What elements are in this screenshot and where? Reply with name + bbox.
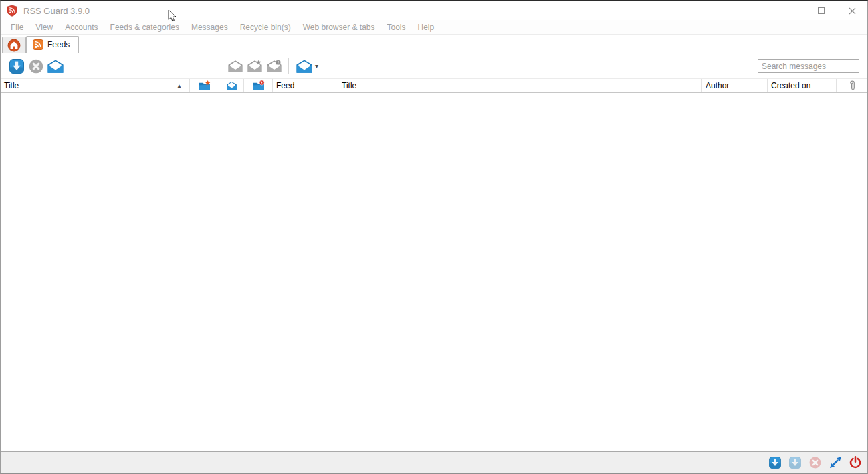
statusbar-update-feeds-button[interactable] bbox=[768, 455, 782, 470]
menu-item-file[interactable]: File bbox=[5, 21, 29, 34]
app-shield-icon bbox=[6, 5, 18, 17]
feeds-header: Title ▲ bbox=[1, 78, 219, 93]
feed-column-header[interactable]: Feed bbox=[273, 79, 338, 92]
expand-arrows-icon bbox=[829, 456, 842, 469]
author-column-label: Author bbox=[706, 81, 729, 90]
title-column-label: Title bbox=[342, 81, 356, 90]
mark-message-read-button[interactable] bbox=[225, 56, 245, 76]
menu-item-view[interactable]: View bbox=[29, 21, 59, 34]
maximize-button[interactable] bbox=[806, 1, 837, 20]
envelope-gray-icon bbox=[227, 60, 243, 73]
close-icon bbox=[849, 7, 856, 15]
feeds-title-column-label: Title bbox=[4, 81, 19, 90]
open-envelope-blue-icon bbox=[296, 59, 313, 74]
importance-column-header[interactable] bbox=[244, 79, 273, 92]
open-envelope-icon bbox=[47, 59, 64, 74]
statusbar-update-selected-button bbox=[788, 455, 802, 470]
power-icon bbox=[849, 456, 862, 469]
download-icon bbox=[9, 59, 24, 74]
author-column-header[interactable]: Author bbox=[702, 79, 768, 92]
messages-header: Feed Title Author Created on bbox=[219, 78, 867, 93]
maximize-icon bbox=[818, 7, 825, 14]
quit-button[interactable] bbox=[848, 455, 863, 470]
mark-all-messages-read-button[interactable]: ▾ bbox=[294, 56, 320, 76]
toolbar-separator bbox=[288, 58, 289, 74]
update-all-feeds-button[interactable] bbox=[7, 56, 26, 76]
envelope-exclamation-icon bbox=[266, 60, 282, 73]
menu-item-web-browser-tabs[interactable]: Web browser & tabs bbox=[297, 21, 381, 34]
feed-column-label: Feed bbox=[276, 81, 294, 90]
window-controls bbox=[775, 1, 867, 20]
messages-toolbar: ▾ bbox=[219, 53, 867, 78]
folder-exclamation-icon bbox=[252, 80, 265, 91]
envelope-blue-icon bbox=[226, 81, 237, 90]
tab-feeds[interactable]: Feeds bbox=[26, 36, 79, 53]
title-column-header[interactable]: Title bbox=[338, 79, 702, 92]
tab-bar: Feeds bbox=[1, 35, 867, 53]
feeds-title-column-header[interactable]: Title ▲ bbox=[1, 79, 190, 92]
mark-message-important-button[interactable] bbox=[264, 56, 284, 76]
close-button[interactable] bbox=[837, 1, 867, 20]
mark-message-starred-button[interactable] bbox=[245, 56, 264, 76]
stop-update-button[interactable] bbox=[26, 56, 45, 76]
rss-guard-window: RSS Guard 3.9.0 File View Accounts Feeds… bbox=[0, 0, 868, 474]
menu-item-feeds-categories[interactable]: Feeds & categories bbox=[104, 21, 185, 34]
minimize-button[interactable] bbox=[775, 1, 806, 20]
search-messages-input[interactable] bbox=[758, 59, 859, 73]
rss-icon bbox=[33, 39, 43, 50]
dropdown-caret-icon: ▾ bbox=[315, 62, 318, 70]
statusbar-stop-update-button bbox=[808, 455, 823, 470]
paperclip-icon bbox=[848, 80, 857, 92]
main-area: Title ▲ bbox=[1, 53, 867, 451]
attachment-column-header[interactable] bbox=[837, 79, 867, 92]
messages-list[interactable] bbox=[219, 93, 867, 451]
fullscreen-toggle-button[interactable] bbox=[828, 455, 843, 470]
menu-item-recycle-bin[interactable]: Recycle bin(s) bbox=[234, 21, 297, 34]
window-title: RSS Guard 3.9.0 bbox=[23, 6, 90, 16]
feeds-list[interactable] bbox=[1, 93, 219, 451]
created-on-column-label: Created on bbox=[771, 81, 810, 90]
feeds-pane: Title ▲ bbox=[1, 53, 219, 451]
stop-disabled-icon bbox=[809, 457, 821, 469]
statusbar bbox=[1, 451, 867, 473]
sort-ascending-icon: ▲ bbox=[177, 83, 186, 89]
messages-pane: ▾ bbox=[219, 53, 867, 451]
minimize-icon bbox=[787, 11, 794, 11]
created-on-column-header[interactable]: Created on bbox=[768, 79, 837, 92]
feeds-toolbar bbox=[1, 53, 219, 78]
folder-star-icon bbox=[198, 80, 211, 91]
tab-feeds-label: Feeds bbox=[47, 40, 70, 49]
menubar: File View Accounts Feeds & categories Me… bbox=[1, 20, 867, 35]
menu-item-messages[interactable]: Messages bbox=[185, 21, 234, 34]
menu-item-tools[interactable]: Tools bbox=[381, 21, 412, 34]
mark-all-feeds-read-button[interactable] bbox=[45, 56, 65, 76]
download-disabled-icon bbox=[789, 457, 801, 469]
feeds-counts-column-header[interactable] bbox=[190, 79, 219, 92]
menu-item-help[interactable]: Help bbox=[412, 21, 441, 34]
titlebar: RSS Guard 3.9.0 bbox=[1, 1, 867, 20]
download-icon bbox=[769, 457, 781, 469]
tab-home[interactable] bbox=[2, 37, 26, 53]
menu-item-accounts[interactable]: Accounts bbox=[59, 21, 104, 34]
stop-icon bbox=[29, 59, 43, 74]
envelope-star-icon bbox=[247, 60, 263, 73]
read-column-header[interactable] bbox=[219, 79, 244, 92]
home-icon bbox=[7, 39, 21, 52]
